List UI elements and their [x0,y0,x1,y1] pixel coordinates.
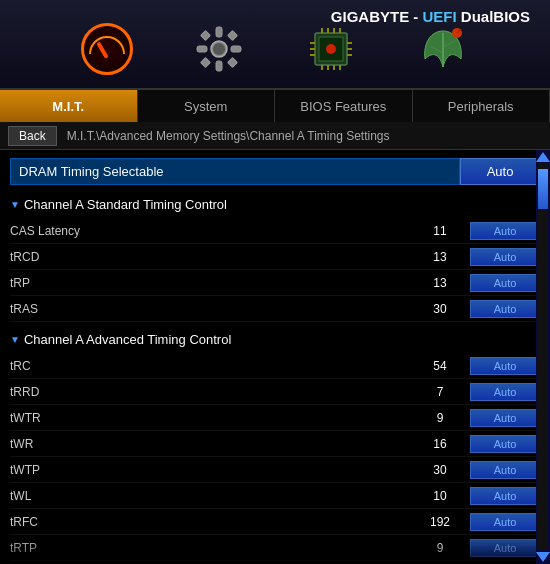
scrollbar-down-arrow[interactable] [536,552,550,562]
dram-timing-btn[interactable]: Auto [460,158,540,185]
svg-point-20 [326,44,336,54]
uefi-text: UEFI [422,8,456,25]
trfc-btn[interactable]: Auto [470,513,540,531]
tab-system[interactable]: System [138,90,276,122]
table-row: tWTP 30 Auto [10,457,540,483]
table-row: tRC 54 Auto [10,353,540,379]
peripherals-icon-area [417,23,469,75]
table-row: tRP 13 Auto [10,270,540,296]
table-row: tRTP 9 Auto [10,535,540,561]
svg-rect-8 [228,58,238,68]
table-row: tWR 16 Auto [10,431,540,457]
triangle-icon-adv: ▼ [10,334,20,345]
back-button[interactable]: Back [8,126,57,146]
table-row: tRFC 192 Auto [10,509,540,535]
svg-rect-3 [197,46,207,52]
scrollbar[interactable] [536,150,550,564]
header: GIGABYTE - UEFI DualBIOS [0,0,550,90]
breadcrumb-bar: Back M.I.T.\Advanced Memory Settings\Cha… [0,122,550,150]
system-icon-area [193,23,245,75]
scrollbar-up-arrow[interactable] [536,152,550,162]
advanced-timing-rows: tRC 54 Auto tRRD 7 Auto tWTR 9 Auto tWR … [10,353,540,564]
table-row: tRCD 13 Auto [10,244,540,270]
dualbios-text: DualBIOS [457,8,530,25]
table-row: tRAS 30 Auto [10,296,540,322]
svg-point-9 [213,43,225,55]
mit-icon-area [81,23,133,75]
svg-rect-6 [228,31,238,41]
table-row: CAS Latency 11 Auto [10,218,540,244]
table-row: tRRD 7 Auto [10,379,540,405]
trp-btn[interactable]: Auto [470,274,540,292]
speedometer-icon [81,23,133,75]
dram-timing-row: DRAM Timing Selectable Auto [10,158,540,185]
twtp-btn[interactable]: Auto [470,461,540,479]
table-row: tWTR 9 Auto [10,405,540,431]
trcd-btn[interactable]: Auto [470,248,540,266]
twtr-btn[interactable]: Auto [470,409,540,427]
tab-bios-features[interactable]: BIOS Features [275,90,413,122]
svg-rect-7 [201,58,211,68]
trtp-btn[interactable]: Auto [470,539,540,557]
standard-timing-rows: CAS Latency 11 Auto tRCD 13 Auto tRP 13 … [10,218,540,322]
breadcrumb-path: M.I.T.\Advanced Memory Settings\Channel … [67,129,390,143]
tab-mit[interactable]: M.I.T. [0,90,138,122]
table-row: tWL 10 Auto [10,483,540,509]
main-content: DRAM Timing Selectable Auto ▼ Channel A … [0,150,550,564]
svg-rect-1 [216,27,222,37]
scrollbar-track[interactable] [538,164,548,550]
svg-rect-5 [201,31,211,41]
trrd-btn[interactable]: Auto [470,383,540,401]
header-title: GIGABYTE - UEFI DualBIOS [331,8,530,25]
nav-tabs: M.I.T. System BIOS Features Peripherals [0,90,550,122]
trc-btn[interactable]: Auto [470,357,540,375]
dram-timing-label: DRAM Timing Selectable [10,158,460,185]
standard-timing-header: ▼ Channel A Standard Timing Control [10,197,540,212]
gigabyte-text: GIGABYTE - [331,8,423,25]
advanced-timing-header: ▼ Channel A Advanced Timing Control [10,332,540,347]
gear-icon [193,23,245,75]
svg-rect-2 [216,61,222,71]
speedometer-arc [89,36,125,54]
twr-btn[interactable]: Auto [470,435,540,453]
twl-btn[interactable]: Auto [470,487,540,505]
tras-btn[interactable]: Auto [470,300,540,318]
tab-peripherals[interactable]: Peripherals [413,90,551,122]
cas-latency-btn[interactable]: Auto [470,222,540,240]
chip-icon [305,23,357,75]
scrollbar-thumb[interactable] [538,169,548,209]
triangle-icon: ▼ [10,199,20,210]
bios-icon-area [305,23,357,75]
svg-rect-4 [231,46,241,52]
leaf-icon [417,23,469,75]
